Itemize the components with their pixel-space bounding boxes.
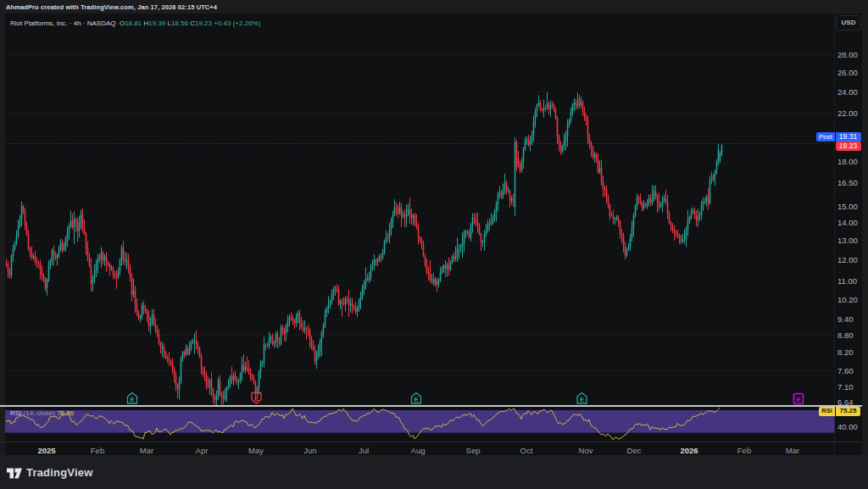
- svg-text:E: E: [130, 396, 134, 403]
- svg-text:E: E: [254, 395, 259, 403]
- svg-text:E: E: [796, 396, 800, 403]
- svg-text:E: E: [580, 396, 584, 403]
- svg-text:E: E: [414, 396, 418, 403]
